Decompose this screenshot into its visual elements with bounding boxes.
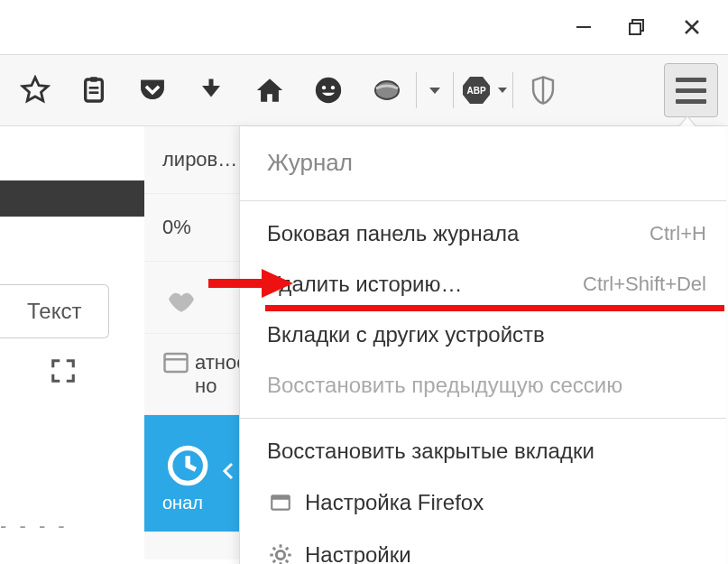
svg-rect-20 [165, 354, 188, 372]
svg-rect-6 [90, 77, 97, 81]
smiley-icon[interactable] [299, 63, 357, 117]
browser-toolbar: ABP [0, 54, 728, 126]
svg-rect-24 [272, 500, 288, 509]
menu-item-settings[interactable]: Настройки [240, 529, 726, 564]
menu-item-label: Настройки [305, 542, 706, 564]
shield-icon[interactable] [513, 63, 572, 117]
abp-icon[interactable]: ABP [454, 63, 512, 117]
svg-line-31 [286, 560, 288, 562]
svg-line-33 [286, 548, 288, 550]
menu-title: Журнал [240, 126, 726, 193]
menu-item-restore-tabs[interactable]: Восстановить закрытые вкладки [240, 426, 726, 476]
svg-line-32 [273, 560, 275, 562]
menu-item-label: Удалить историю… [267, 272, 583, 297]
chevron-left-icon [221, 460, 235, 487]
sidebar-item-private[interactable]: атное но [144, 334, 243, 415]
window-icon [162, 351, 189, 374]
svg-line-30 [273, 548, 275, 550]
kiss-icon [162, 279, 200, 317]
svg-point-11 [321, 86, 325, 89]
svg-marker-35 [262, 269, 293, 298]
red-arrow-annotation [203, 265, 293, 305]
sidebar-row-truncated: лиров… [144, 126, 243, 194]
menu-item-label: Восстановить закрытые вкладки [267, 439, 706, 464]
svg-rect-2 [630, 23, 640, 34]
maximize-button[interactable] [611, 0, 665, 54]
menu-item-label: Вкладки с других устройств [267, 322, 706, 347]
menu-item-restore-session: Восстановить предыдущую сессию [240, 360, 726, 411]
truncated-label: но [195, 374, 217, 398]
svg-rect-5 [85, 79, 102, 101]
history-icon [162, 442, 209, 489]
menu-item-clear-history[interactable]: Удалить историю… Ctrl+Shift+Del [240, 259, 726, 310]
clipboard-icon[interactable] [64, 63, 123, 117]
dashes: - - - - [0, 514, 69, 538]
truncated-label: лиров… [162, 148, 237, 171]
percent-label: 0% [162, 216, 191, 239]
svg-point-10 [315, 78, 340, 103]
svg-point-12 [330, 86, 334, 89]
tab-text[interactable]: Текст [0, 284, 109, 338]
dropdown-arrow-icon[interactable] [417, 63, 453, 117]
pocket-icon[interactable] [123, 63, 181, 117]
menu-item-label: Восстановить предыдущую сессию [267, 373, 706, 398]
ie-icon[interactable] [357, 63, 416, 117]
truncated-label: атное [195, 351, 243, 374]
svg-marker-15 [429, 88, 440, 94]
menu-item-customize-firefox[interactable]: Настройка Firefox [240, 476, 726, 529]
window-icon [267, 489, 294, 516]
gear-icon [267, 541, 294, 564]
menu-item-shortcut: Ctrl+H [650, 222, 706, 245]
bookmark-star-icon[interactable] [5, 63, 64, 117]
menu-item-synced-tabs[interactable]: Вкладки с других устройств [240, 310, 726, 360]
history-menu: Журнал Боковая панель журнала Ctrl+H Уда… [239, 126, 726, 564]
menu-item-label: Боковая панель журнала [267, 221, 650, 246]
window-titlebar [0, 0, 728, 54]
close-button[interactable] [665, 0, 719, 54]
menu-item-label: Настройка Firefox [305, 490, 706, 515]
minimize-button[interactable] [557, 0, 611, 54]
svg-text:ABP: ABP [466, 86, 485, 96]
svg-marker-18 [498, 88, 507, 93]
menu-side-panel: лиров… 0% атное но онал [144, 126, 244, 559]
hamburger-menu-button[interactable] [664, 63, 718, 117]
svg-marker-9 [202, 86, 220, 97]
truncated-label: онал [162, 493, 203, 513]
menu-item-shortcut: Ctrl+Shift+Del [583, 273, 706, 296]
expand-icon[interactable] [50, 357, 77, 388]
sidebar-row-percent: 0% [144, 194, 243, 262]
sidebar-item-history[interactable]: онал [144, 415, 243, 532]
download-icon[interactable] [181, 63, 240, 117]
home-icon[interactable] [240, 63, 299, 117]
svg-point-25 [276, 550, 284, 559]
menu-item-sidebar-history[interactable]: Боковая панель журнала Ctrl+H [240, 208, 726, 259]
